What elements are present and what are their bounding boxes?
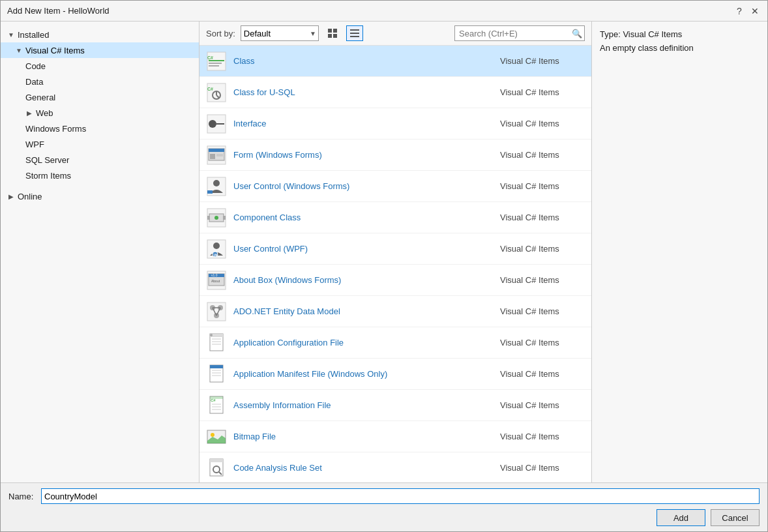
- item-row-component-class[interactable]: Component Class Visual C# Items: [199, 202, 591, 233]
- svg-rect-62: [210, 396, 223, 399]
- item-icon-app-manifest: [206, 364, 227, 385]
- sort-dropdown-wrap[interactable]: Default ▼: [241, 25, 319, 41]
- svg-rect-6: [350, 36, 359, 37]
- left-panel: ▼ Installed ▼ Visual C# Items Code Data …: [1, 22, 199, 482]
- tree-item-wpf[interactable]: WPF: [1, 136, 199, 152]
- item-row-adonet-entity[interactable]: ADO.NET Entity Data Model Visual C# Item…: [199, 296, 591, 327]
- item-name-about-box[interactable]: About Box (Windows Forms): [233, 275, 500, 285]
- item-name-app-manifest[interactable]: Application Manifest File (Windows Only): [233, 369, 500, 379]
- tree-label-storm-items: Storm Items: [25, 171, 71, 181]
- grid-view-button[interactable]: [324, 25, 341, 41]
- svg-text:W: W: [214, 253, 218, 257]
- name-input[interactable]: [41, 488, 760, 504]
- item-row-user-control-winforms[interactable]: User Control (Windows Forms) Visual C# I…: [199, 171, 591, 202]
- svg-rect-11: [209, 65, 219, 66]
- item-category-app-manifest: Visual C# Items: [500, 369, 585, 379]
- svg-rect-0: [328, 29, 332, 33]
- item-icon-class: C#: [206, 51, 227, 72]
- search-input[interactable]: [454, 25, 585, 41]
- detail-description: An empty class definition: [600, 43, 760, 53]
- tree-label-installed: Installed: [18, 30, 49, 40]
- item-row-interface[interactable]: Interface Visual C# Items: [199, 108, 591, 140]
- item-icon-user-control-wpf: W: [206, 239, 227, 259]
- item-row-bitmap[interactable]: Bitmap File Visual C# Items: [199, 421, 591, 452]
- tree-item-code[interactable]: Code: [1, 58, 199, 74]
- tree-label-sql-server: SQL Server: [25, 155, 69, 165]
- svg-rect-22: [209, 149, 224, 152]
- item-icon-adonet-entity: [206, 301, 227, 322]
- item-name-bitmap[interactable]: Bitmap File: [233, 432, 500, 441]
- tree-item-data[interactable]: Data: [1, 74, 199, 89]
- item-category-form-winforms: Visual C# Items: [500, 150, 585, 160]
- svg-point-32: [214, 216, 218, 220]
- item-row-app-config[interactable]: Application Configuration File Visual C#…: [199, 327, 591, 359]
- tree-item-web[interactable]: ▶ Web: [1, 105, 199, 121]
- list-view-button[interactable]: [346, 25, 363, 41]
- sort-dropdown[interactable]: Default: [241, 25, 319, 41]
- search-wrap[interactable]: 🔍: [454, 25, 585, 41]
- svg-text:C#: C#: [207, 87, 213, 91]
- svg-rect-27: [207, 190, 213, 194]
- item-name-code-analysis[interactable]: Code Analysis Rule Set: [233, 463, 500, 473]
- close-button[interactable]: ✕: [749, 5, 761, 17]
- item-name-component-class[interactable]: Component Class: [233, 213, 500, 222]
- item-icon-form-winforms: [206, 145, 227, 166]
- add-button[interactable]: Add: [657, 509, 705, 526]
- item-row-code-analysis[interactable]: Code Analysis Rule Set Visual C# Items: [199, 452, 591, 482]
- grid-icon: [328, 29, 337, 38]
- item-row-class[interactable]: C# Class Visual C# Items: [199, 46, 591, 77]
- item-category-class: Visual C# Items: [500, 56, 585, 66]
- tree-item-visual-c-items[interactable]: ▼ Visual C# Items: [1, 42, 199, 58]
- tree-item-installed[interactable]: ▼ Installed: [1, 27, 199, 42]
- item-name-interface[interactable]: Interface: [233, 119, 500, 128]
- item-category-code-analysis: Visual C# Items: [500, 463, 585, 473]
- svg-rect-4: [350, 29, 359, 31]
- tree-label-code: Code: [25, 61, 46, 71]
- tree-label-visual-c: Visual C# Items: [25, 46, 85, 55]
- item-icon-assembly-info: C#: [206, 395, 227, 416]
- svg-rect-30: [207, 216, 210, 220]
- tree-item-general[interactable]: General: [1, 89, 199, 105]
- item-name-user-control-wpf[interactable]: User Control (WPF): [233, 244, 500, 254]
- item-row-assembly-info[interactable]: C# Assembly Information File Visual C# I…: [199, 390, 591, 421]
- expand-icon-installed: ▼: [6, 29, 16, 40]
- item-name-user-control-winforms[interactable]: User Control (Windows Forms): [233, 181, 500, 191]
- svg-point-34: [213, 243, 220, 249]
- item-name-assembly-info[interactable]: Assembly Information File: [233, 400, 500, 410]
- svg-rect-9: [209, 60, 224, 61]
- svg-rect-56: [210, 365, 223, 368]
- item-name-class-usql[interactable]: Class for U-SQL: [233, 87, 500, 97]
- item-row-class-usql[interactable]: C# Class for U-SQL Visual C# Items: [199, 77, 591, 108]
- item-row-user-control-wpf[interactable]: W User Control (WPF) Visual C# Items: [199, 233, 591, 265]
- dialog-body: ▼ Installed ▼ Visual C# Items Code Data …: [1, 22, 767, 482]
- item-icon-code-analysis: [206, 458, 227, 479]
- item-name-form-winforms[interactable]: Form (Windows Forms): [233, 150, 500, 160]
- tree-item-storm-items[interactable]: Storm Items: [1, 168, 199, 183]
- detail-type-value: Visual C# Items: [623, 29, 682, 39]
- tree-label-data: Data: [25, 77, 43, 87]
- item-category-interface: Visual C# Items: [500, 119, 585, 128]
- tree-label-wpf: WPF: [25, 140, 44, 149]
- item-category-bitmap: Visual C# Items: [500, 432, 585, 441]
- detail-type: Type: Visual C# Items: [600, 29, 760, 39]
- item-category-app-config: Visual C# Items: [500, 338, 585, 347]
- item-row-app-manifest[interactable]: Application Manifest File (Windows Only)…: [199, 359, 591, 390]
- cancel-button[interactable]: Cancel: [711, 509, 760, 526]
- item-category-class-usql: Visual C# Items: [500, 87, 585, 97]
- tree-item-sql-server[interactable]: SQL Server: [1, 152, 199, 168]
- name-row: Name:: [8, 488, 760, 504]
- help-button[interactable]: ?: [733, 5, 745, 17]
- item-name-class[interactable]: Class: [233, 56, 500, 66]
- svg-rect-1: [333, 29, 337, 33]
- svg-point-68: [211, 433, 214, 437]
- item-icon-interface: [206, 113, 227, 134]
- bottom-bar: Name: Add Cancel: [1, 482, 767, 531]
- item-row-about-box[interactable]: v1.0 About About Box (Windows Forms) Vis…: [199, 265, 591, 296]
- tree-item-windows-forms[interactable]: Windows Forms: [1, 121, 199, 136]
- item-row-form-winforms[interactable]: Form (Windows Forms) Visual C# Items: [199, 140, 591, 171]
- item-name-adonet-entity[interactable]: ADO.NET Entity Data Model: [233, 306, 500, 316]
- tree-item-online[interactable]: ▶ Online: [1, 188, 199, 204]
- expand-icon-online: ▶: [6, 191, 16, 201]
- item-name-app-config[interactable]: Application Configuration File: [233, 338, 500, 347]
- svg-rect-70: [210, 459, 223, 462]
